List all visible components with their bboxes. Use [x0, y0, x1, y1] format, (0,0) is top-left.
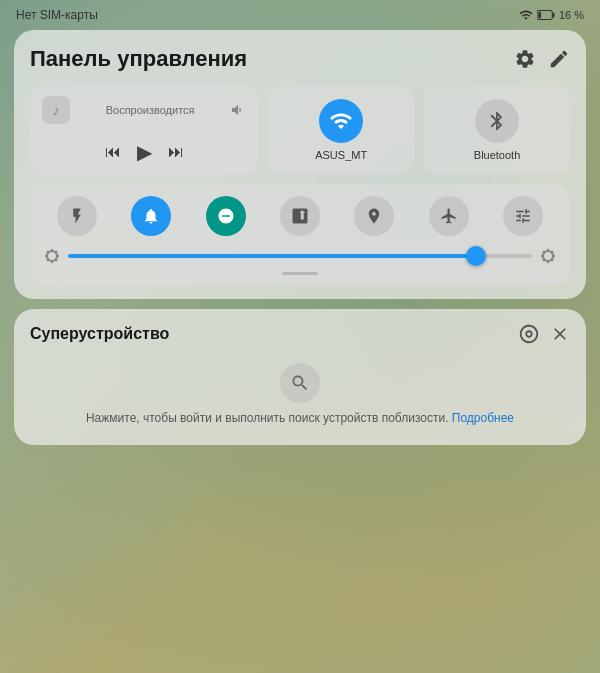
sound-settings-toggle[interactable]	[503, 196, 543, 236]
dnd-toggle[interactable]	[206, 196, 246, 236]
panel-header-icons	[514, 48, 570, 70]
wifi-icon-circle	[319, 99, 363, 143]
svg-rect-1	[553, 13, 555, 18]
media-sound-icon	[230, 102, 246, 118]
brightness-track[interactable]	[68, 254, 532, 258]
super-device-header-icons	[518, 323, 570, 345]
play-button[interactable]: ▶	[137, 140, 152, 164]
bell-icon	[142, 207, 160, 225]
control-panel: Панель управления ♪ Воспроизводится ⏮ ▶	[14, 30, 586, 299]
brightness-thumb	[466, 246, 486, 266]
super-device-search-icon	[280, 363, 320, 403]
brightness-min-icon	[44, 248, 60, 264]
status-right: 16 %	[519, 8, 584, 22]
battery-status-icon	[537, 9, 555, 21]
super-device-panel: Суперустройство Нажмите, чтобы войти и в…	[14, 309, 586, 445]
quick-toggles	[30, 184, 570, 285]
wifi-label: ASUS_MT	[315, 149, 367, 161]
super-device-title: Суперустройство	[30, 325, 169, 343]
prev-button[interactable]: ⏮	[105, 143, 121, 161]
super-device-close-icon[interactable]	[550, 324, 570, 344]
media-playing-text: Воспроизводится	[106, 104, 195, 116]
sliders-icon	[514, 207, 532, 225]
settings-icon[interactable]	[514, 48, 536, 70]
svg-rect-2	[538, 12, 541, 18]
location-icon	[365, 207, 383, 225]
super-device-description: Нажмите, чтобы войти и выполнить поиск у…	[86, 411, 514, 425]
nfc-toggle[interactable]	[280, 196, 320, 236]
drag-handle	[282, 272, 318, 275]
flashlight-toggle[interactable]	[57, 196, 97, 236]
super-device-header: Суперустройство	[30, 323, 570, 345]
bt-icon-circle	[475, 99, 519, 143]
edit-icon[interactable]	[548, 48, 570, 70]
brightness-row	[40, 248, 560, 264]
next-button[interactable]: ⏭	[168, 143, 184, 161]
panel-title: Панель управления	[30, 46, 247, 72]
status-bar: Нет SIM-карты 16 %	[0, 0, 600, 26]
nfc-icon	[291, 207, 309, 225]
brightness-max-icon	[540, 248, 556, 264]
wifi-tile[interactable]: ASUS_MT	[268, 86, 414, 174]
no-sim-text: Нет SIM-карты	[16, 8, 98, 22]
location-toggle[interactable]	[354, 196, 394, 236]
super-device-link[interactable]: Подробнее	[452, 411, 514, 425]
flashlight-icon	[68, 207, 86, 225]
panel-header: Панель управления	[30, 46, 570, 72]
bluetooth-label: Bluetooth	[474, 149, 520, 161]
dnd-icon	[217, 207, 235, 225]
media-note-icon: ♪	[42, 96, 70, 124]
media-top: ♪ Воспроизводится	[42, 96, 246, 124]
super-device-content[interactable]: Нажмите, чтобы войти и выполнить поиск у…	[30, 359, 570, 429]
bluetooth-tile[interactable]: Bluetooth	[424, 86, 570, 174]
super-device-settings-icon[interactable]	[518, 323, 540, 345]
bluetooth-icon	[486, 110, 508, 132]
airplane-toggle[interactable]	[429, 196, 469, 236]
wifi-status-icon	[519, 8, 533, 22]
toggles-row	[40, 196, 560, 236]
bell-toggle[interactable]	[131, 196, 171, 236]
brightness-fill	[68, 254, 476, 258]
airplane-icon	[440, 207, 458, 225]
tiles-row: ♪ Воспроизводится ⏮ ▶ ⏭ ASUS_MT	[30, 86, 570, 174]
media-tile[interactable]: ♪ Воспроизводится ⏮ ▶ ⏭	[30, 86, 258, 174]
battery-text: 16 %	[559, 9, 584, 21]
media-controls: ⏮ ▶ ⏭	[42, 140, 246, 164]
wifi-icon	[329, 109, 353, 133]
